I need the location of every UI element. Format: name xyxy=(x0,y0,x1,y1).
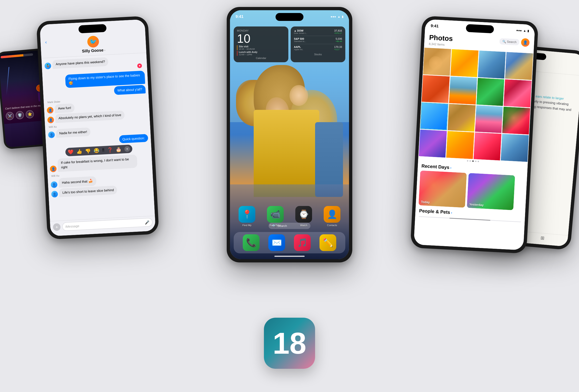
calendar-widget-label: Calendar xyxy=(237,57,285,59)
photo-thumb[interactable] xyxy=(419,130,447,158)
tapback-question[interactable]: ❓ xyxy=(107,147,113,153)
message-bubble-5: If cake for breakfast is wrong, I don't … xyxy=(58,154,138,172)
photo-thumb[interactable] xyxy=(478,51,506,79)
battery-icon-photos: ▮ xyxy=(527,29,529,33)
photo-thumb[interactable] xyxy=(423,48,451,76)
photo-thumb[interactable] xyxy=(473,132,502,161)
input-placeholder: iMessage xyxy=(65,224,79,228)
tapback-bar[interactable]: ❤️ 👍 👎 😂 ‼️ ❓ 🎂 + xyxy=(65,145,132,157)
dot-4 xyxy=(475,161,476,162)
sender-avatar: 🦆 xyxy=(44,62,51,69)
contact-avatar: 🐦 xyxy=(87,36,99,48)
home-dock: 📞 ✉️ 🎵 ✏️ xyxy=(234,232,345,253)
messages-screen: ‹ 🐦 Silly Goose › 🦆 Anyone ha xyxy=(40,19,155,236)
quick-question-bubble: Quick question: xyxy=(119,134,148,143)
home-search-bar[interactable]: 🔍 Search xyxy=(269,223,310,229)
tapback-cake[interactable]: 🎂 xyxy=(116,147,122,152)
message-input[interactable]: iMessage 🎤 xyxy=(62,218,152,231)
photo-thumb[interactable] xyxy=(476,78,504,106)
wifi-icon: ▲ xyxy=(337,15,340,18)
message-bubble-4: Nada for me either! xyxy=(56,127,91,138)
people-section-arrow: › xyxy=(451,211,452,214)
photos-title: Photos xyxy=(429,33,453,43)
health-container xyxy=(0,53,33,58)
sender-avatar-4: 👤 xyxy=(48,131,55,138)
message-item-5: 👤 If cake for breakfast is wrong, I don'… xyxy=(50,154,149,172)
stock-item-2: AAPL Apple Inc. 170.33 +3.17 xyxy=(294,46,342,51)
stock-item-0: ▲ DOW Dow Jones I... 37,816 +570.17 xyxy=(294,29,342,34)
home-indicator xyxy=(274,256,305,257)
dot-3 xyxy=(472,161,474,162)
profile-avatar[interactable]: 👤 xyxy=(521,38,530,47)
widgets-row: MONDAY 10 Site visit 10:15 – 10:45AM Lun… xyxy=(234,26,345,62)
photos-app: 9:41 ●●● ▲ ▮ Photos 🔍 Search xyxy=(414,19,535,250)
status-time: 9:41 xyxy=(235,14,243,19)
photos-search-button[interactable]: 🔍 Search xyxy=(499,38,519,45)
photo-thumb[interactable] xyxy=(502,107,530,135)
calendar-event-2: Lunch with Andy 11AM – 12PM xyxy=(237,51,285,56)
sender-avatar-6: 👤 xyxy=(51,181,58,188)
dynamic-island-photos xyxy=(466,24,494,33)
dock-phone[interactable]: 📞 xyxy=(243,234,260,251)
photo-thumb[interactable] xyxy=(448,104,476,132)
phone-home: 9:41 ●●● ▲ ▮ MONDAY 10 Site visit xyxy=(227,7,352,262)
home-screen: 9:41 ●●● ▲ ▮ MONDAY 10 Site visit xyxy=(230,10,349,259)
back-arrow[interactable]: ‹ xyxy=(45,40,47,45)
photo-thumb[interactable] xyxy=(420,102,448,130)
dock-notes[interactable]: ✏️ xyxy=(319,234,336,251)
table-icon[interactable]: ⊞ xyxy=(540,235,545,241)
stocks-widget[interactable]: ▲ DOW Dow Jones I... 37,816 +570.17 S xyxy=(291,26,345,62)
recent-day-yesterday[interactable]: Yesterday xyxy=(467,173,515,210)
dynamic-island-messages xyxy=(78,24,107,33)
photo-thumb[interactable] xyxy=(505,52,533,80)
photo-thumb[interactable] xyxy=(449,76,477,105)
photos-header-buttons: 🔍 Search 👤 xyxy=(499,37,530,47)
photos-status-time: 9:41 xyxy=(431,23,439,29)
messages-body[interactable]: 🦆 Anyone have plans this weekend? ♥ Flyi… xyxy=(41,53,155,221)
photo-thumb[interactable] xyxy=(475,105,503,133)
yesterday-label: Yesterday xyxy=(469,203,484,207)
home-wallpaper: 9:41 ●●● ▲ ▮ MONDAY 10 Site visit xyxy=(230,10,349,259)
photo-thumb[interactable] xyxy=(446,131,474,159)
dot-5 xyxy=(478,161,479,162)
tapback-thumbsdown[interactable]: 👎 xyxy=(85,148,91,154)
photo-thumb[interactable] xyxy=(504,79,532,107)
dock-mail[interactable]: ✉️ xyxy=(268,234,285,251)
photo-thumb[interactable] xyxy=(422,75,450,103)
calendar-widget[interactable]: MONDAY 10 Site visit 10:15 – 10:45AM Lun… xyxy=(234,26,288,62)
search-icon: 🔍 xyxy=(272,224,276,227)
tapback-heart[interactable]: ❤️ xyxy=(68,149,74,155)
message-bubble-2: Aww fun! xyxy=(55,104,75,113)
tapback-thumbsup[interactable]: 👍 xyxy=(76,149,82,154)
stocks-widget-label: Stocks xyxy=(294,53,342,56)
divider xyxy=(294,36,342,36)
find-my-icon: 📍 xyxy=(239,206,255,223)
messages-app: ‹ 🐦 Silly Goose › 🦆 Anyone ha xyxy=(40,19,155,236)
tapback-haha[interactable]: 😂 xyxy=(93,148,99,154)
message-bubble-sent-2: What about y'all? xyxy=(114,85,146,95)
recent-days-scroll[interactable]: Today Yesterday xyxy=(416,170,527,211)
tapback-add-button[interactable]: + xyxy=(124,146,130,152)
app-contacts[interactable]: 👤 Contacts xyxy=(324,206,340,227)
photo-thumb[interactable] xyxy=(501,134,529,162)
search-icon-photos: 🔍 xyxy=(502,40,506,43)
dot-2 xyxy=(469,160,471,162)
wifi-icon-photos: ▲ xyxy=(523,29,526,33)
battery-icon: ▮ xyxy=(342,15,344,18)
contacts-label: Contacts xyxy=(327,224,337,227)
calendar-date: 10 xyxy=(237,33,285,45)
tapback-exclaim[interactable]: ‼️ xyxy=(102,147,104,153)
signal-icon-photos: ●●● xyxy=(516,29,522,32)
signal-icon: ●●● xyxy=(331,15,336,18)
microphone-icon[interactable]: 🎤 xyxy=(145,220,149,224)
section-arrow: › xyxy=(450,166,452,169)
photo-thumb[interactable] xyxy=(450,49,479,77)
message-plus-button[interactable]: + xyxy=(53,223,61,231)
app-find-my[interactable]: 📍 Find My xyxy=(239,206,255,227)
dot-1 xyxy=(467,160,468,161)
recent-day-today[interactable]: Today xyxy=(419,170,467,208)
ios18-logo: 18 xyxy=(264,318,315,369)
health-bar xyxy=(0,53,33,58)
dock-music[interactable]: 🎵 xyxy=(294,234,311,251)
health-bar-fill xyxy=(0,54,23,58)
